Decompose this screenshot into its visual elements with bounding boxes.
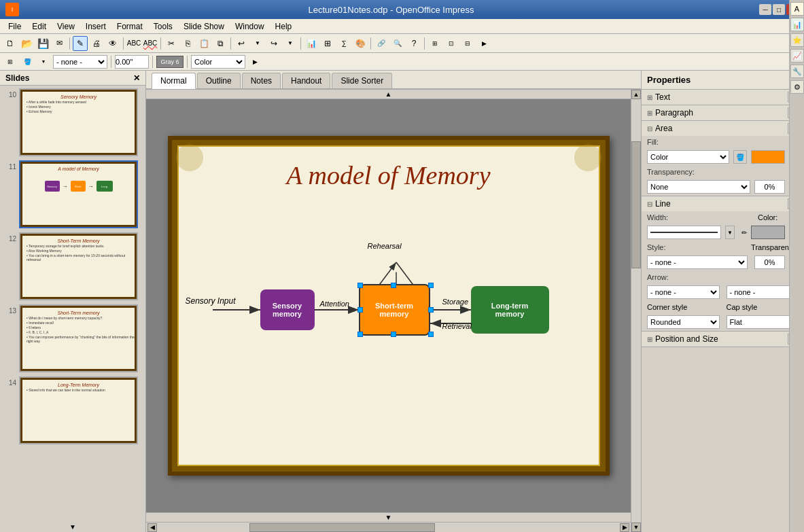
vscroll-down-btn[interactable]: ▼ [631,522,641,532]
vscroll-thumb[interactable] [631,141,641,268]
none-select[interactable]: - none - [53,55,107,69]
hyperlink-button[interactable]: 🔗 [374,36,389,51]
help-button[interactable]: ? [406,36,421,51]
toolbar-opts[interactable]: ▶ [476,36,491,51]
short-term-memory-box[interactable]: Short-termmemory [359,284,430,336]
slide-thumbnail[interactable]: Sensory Memory • After a while fade into… [19,88,138,156]
fill-color-swatch[interactable] [751,150,785,164]
spellcheck-button[interactable]: ABC [126,36,141,51]
undo-button[interactable]: ↩ [234,36,249,51]
menu-view[interactable]: View [52,20,80,33]
props-text-header[interactable]: ⊞ Text 📌 [642,90,804,105]
handle-bl[interactable] [357,332,363,337]
table-button[interactable]: ⊞ [320,36,335,51]
tab-notes[interactable]: Notes [242,73,281,88]
zoom-button[interactable]: 🔍 [390,36,405,51]
redo-dropdown[interactable]: ▼ [283,36,298,51]
fill-paint-icon[interactable]: 🪣 [733,150,747,164]
line-transparency-input[interactable] [754,255,785,269]
edit-mode-button[interactable]: ✎ [73,36,88,51]
chart-button[interactable]: 📊 [304,36,319,51]
color-mode-more[interactable]: ▶ [247,54,262,69]
slide-thumbnail[interactable]: A model of Memory Sensory → Short → Long [19,160,138,228]
line-width-dropdown[interactable]: ▼ [725,226,735,239]
slides-scroll-down[interactable]: ▼ [0,522,145,532]
line-width-sample[interactable] [647,226,721,239]
vscroll-down[interactable]: ▼ [146,512,631,522]
props-icon-6[interactable]: ⚙ [790,80,804,94]
redo-button[interactable]: ↪ [266,36,281,51]
rotation-input[interactable] [115,55,149,69]
menu-tools[interactable]: Tools [148,20,178,33]
transparency-type-select[interactable]: None Linear Axial Radial [647,180,750,194]
tab-outline[interactable]: Outline [197,73,241,88]
long-term-memory-box[interactable]: Long-termmemory [471,286,549,334]
hscroll-left[interactable]: ◀ [147,523,157,532]
slides-list[interactable]: 10 Sensory Memory • After a while fade i… [0,86,145,522]
spellcheck2-button[interactable]: ABC [143,36,158,51]
print-preview-button[interactable]: 👁 [105,36,120,51]
color-mode-select[interactable]: Color Grayscale Black/White [191,55,245,69]
props-position-header[interactable]: ⊞ Position and Size 📌 [642,332,804,347]
props-area-header[interactable]: ⊟ Area 📌 [642,121,804,136]
slide-item[interactable]: 10 Sensory Memory • After a while fade i… [3,88,143,156]
email-button[interactable]: ✉ [52,36,67,51]
slides-close-icon[interactable]: ✕ [133,73,140,83]
nav-button[interactable]: ⊞ [427,36,442,51]
slide-item[interactable]: 12 Short-Term Memory • Temporary storage… [3,232,143,300]
fill-type-select[interactable]: Color None Gradient Hatching Bitmap [647,150,729,164]
draw-button[interactable]: 🎨 [353,36,368,51]
slide-item[interactable]: 13 Short-Term memory • What do I mean by… [3,304,143,372]
menu-file[interactable]: File [3,20,27,33]
copy-button[interactable]: ⎘ [180,36,195,51]
arrow-end-select[interactable]: - none - [727,285,799,299]
handle-bm[interactable] [391,332,396,337]
handle-mr[interactable] [428,307,434,313]
position-objects[interactable]: ⊞ [3,54,18,69]
save-button[interactable]: 💾 [35,36,50,51]
sensory-memory-box[interactable]: Sensorymemory [260,289,315,330]
transparency-value-input[interactable] [754,180,785,194]
tab-slide-sorter[interactable]: Slide Sorter [332,73,392,88]
vscroll-up[interactable]: ▲ [146,90,631,99]
slide-item[interactable]: 11 A model of Memory Sensory → Short → L… [3,160,143,228]
color-tool-btn[interactable]: 🪣 [20,54,35,69]
line-color-swatch[interactable] [751,226,785,239]
handle-tl[interactable] [357,283,363,288]
slide-thumbnail[interactable]: Short-Term Memory • Temporary storage fo… [19,232,138,300]
open-button[interactable]: 📂 [19,36,34,51]
maximize-button[interactable]: □ [773,4,785,15]
vscroll-up-btn[interactable]: ▲ [631,90,641,99]
props-line-header[interactable]: ⊟ Line 📌 [642,196,804,211]
menu-window[interactable]: Window [230,20,270,33]
new-button[interactable]: 🗋 [3,36,18,51]
menu-help[interactable]: Help [270,20,298,33]
formula-button[interactable]: ∑ [336,36,351,51]
hscroll-right[interactable]: ▶ [620,523,629,532]
extra-button[interactable]: ⊟ [460,36,475,51]
cut-button[interactable]: ✂ [164,36,179,51]
menu-slideshow[interactable]: Slide Show [178,20,230,33]
tab-handout[interactable]: Handout [282,73,330,88]
menu-format[interactable]: Format [111,20,148,33]
slide-thumbnail[interactable]: Short-Term memory • What do I mean by sh… [19,304,138,372]
handle-tm[interactable] [391,283,396,288]
menu-edit[interactable]: Edit [27,20,52,33]
expand-button[interactable]: ⊡ [444,36,459,51]
hscroll-thumb[interactable] [249,523,434,532]
arrow-start-select[interactable]: - none - [647,285,720,299]
undo-dropdown[interactable]: ▼ [250,36,265,51]
menu-insert[interactable]: Insert [80,20,111,33]
clone-button[interactable]: ⧉ [213,36,228,51]
slide-item[interactable]: 14 Long-Term Memory • Stored info that w… [3,376,143,444]
hscroll-track[interactable] [157,523,620,532]
handle-ml[interactable] [357,307,363,313]
print-button[interactable]: 🖨 [89,36,104,51]
minimize-button[interactable]: ─ [759,4,771,15]
tab-normal[interactable]: Normal [152,73,196,89]
props-icon-5[interactable]: 🔧 [790,71,804,78]
color-tool-dropdown[interactable]: ▼ [36,54,51,69]
corner-style-select[interactable]: Rounded Sharp Beveled [647,315,720,329]
paste-button[interactable]: 📋 [196,36,211,51]
handle-br[interactable] [428,332,434,337]
